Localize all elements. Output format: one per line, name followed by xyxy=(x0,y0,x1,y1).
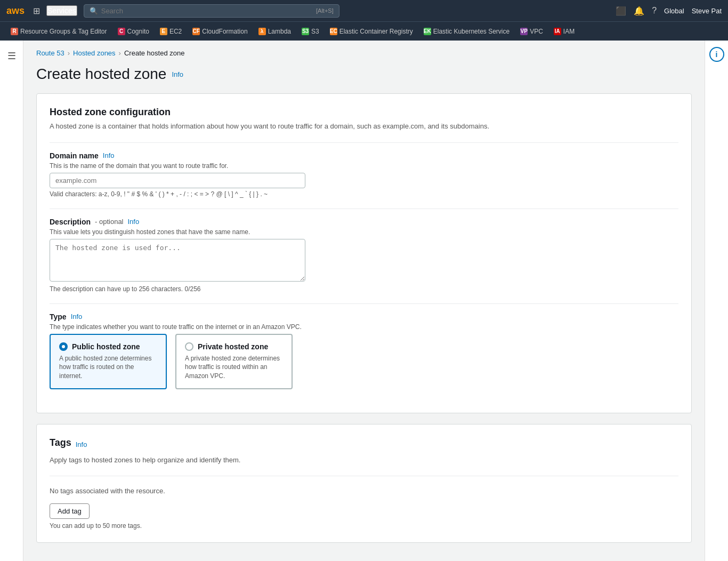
divider3 xyxy=(50,303,678,304)
config-card-title: Hosted zone configuration xyxy=(50,107,678,118)
bookmark-cloudformation[interactable]: CFCloudFormation xyxy=(188,26,252,37)
private-zone-label: Private hosted zone xyxy=(198,342,268,351)
aws-logo: aws xyxy=(6,5,25,17)
terminal-icon[interactable]: ⬛ xyxy=(616,6,626,16)
tags-card: Tags Info Apply tags to hosted zones to … xyxy=(36,424,692,543)
public-zone-label: Public hosted zone xyxy=(72,342,140,351)
description-textarea[interactable] xyxy=(50,239,305,282)
tags-divider xyxy=(50,476,678,476)
region-button[interactable]: Global xyxy=(664,7,684,15)
private-zone-header: Private hosted zone xyxy=(185,342,283,351)
tags-more-hint: You can add up to 50 more tags. xyxy=(50,522,678,530)
page-layout: ☰ Route 53 › Hosted zones › Create hoste… xyxy=(0,41,728,561)
description-hint: This value lets you distinguish hosted z… xyxy=(50,228,678,236)
description-field-group: Description - optional Info This value l… xyxy=(50,218,678,293)
tags-description: Apply tags to hosted zones to help organ… xyxy=(50,455,678,466)
type-label-row: Type Info xyxy=(50,312,678,321)
hosted-zone-config-card: Hosted zone configuration A hosted zone … xyxy=(36,93,692,413)
tags-title-row: Tags Info xyxy=(50,437,678,452)
breadcrumb: Route 53 › Hosted zones › Create hosted … xyxy=(36,49,692,57)
tags-info-link[interactable]: Info xyxy=(76,440,87,448)
type-field-group: Type Info The type indicates whether you… xyxy=(50,312,678,389)
navbar: aws ⊞ Services 🔍 [Alt+S] ⬛ 🔔 ? Global St… xyxy=(0,0,728,21)
private-zone-option[interactable]: Private hosted zone A private hosted zon… xyxy=(175,334,293,389)
search-box: 🔍 [Alt+S] xyxy=(84,4,339,18)
bell-icon[interactable]: 🔔 xyxy=(634,6,644,16)
search-icon: 🔍 xyxy=(90,7,98,15)
sidebar-toggle: ☰ xyxy=(0,41,23,561)
description-optional: - optional xyxy=(95,218,123,226)
breadcrumb-sep2: › xyxy=(119,49,121,57)
bookmark-ec2[interactable]: EEC2 xyxy=(156,26,186,37)
domain-name-field-group: Domain name Info This is the name of the… xyxy=(50,151,678,198)
hamburger-button[interactable]: ☰ xyxy=(4,47,19,65)
public-zone-header: Public hosted zone xyxy=(59,342,157,351)
bookmark-s3[interactable]: S3S3 xyxy=(297,26,323,37)
navbar-right: ⬛ 🔔 ? Global Steve Pat xyxy=(616,6,722,16)
private-zone-desc: A private hosted zone determines how tra… xyxy=(185,354,283,381)
breadcrumb-hosted-zones[interactable]: Hosted zones xyxy=(73,49,116,57)
domain-name-valid-chars: Valid characters: a-z, 0-9, ! " # $ % & … xyxy=(50,190,678,198)
type-radio-group: Public hosted zone A public hosted zone … xyxy=(50,334,678,389)
domain-name-label-row: Domain name Info xyxy=(50,151,678,160)
private-zone-radio xyxy=(185,342,193,351)
bookmark-vpc[interactable]: VPVPC xyxy=(516,26,547,37)
page-title: Create hosted zone xyxy=(36,66,166,83)
divider2 xyxy=(50,209,678,209)
type-info-link[interactable]: Info xyxy=(71,312,83,320)
public-zone-radio xyxy=(59,342,68,351)
type-label: Type xyxy=(50,312,67,321)
info-panel-button[interactable]: i xyxy=(709,47,724,62)
bookmarks-bar: RResource Groups & Tag EditorCCognitoEEC… xyxy=(0,21,728,41)
public-zone-option[interactable]: Public hosted zone A public hosted zone … xyxy=(50,334,167,389)
tags-title: Tags xyxy=(50,437,71,448)
grid-icon[interactable]: ⊞ xyxy=(33,6,40,16)
services-button[interactable]: Services xyxy=(46,5,77,16)
bookmark-iam[interactable]: IAIAM xyxy=(549,26,579,37)
bookmark-lambda[interactable]: λLambda xyxy=(254,26,295,37)
footer-actions: Cancel Create hosted zone xyxy=(36,554,692,561)
help-icon[interactable]: ? xyxy=(652,6,657,15)
add-tag-button[interactable]: Add tag xyxy=(50,503,90,519)
breadcrumb-sep1: › xyxy=(68,49,70,57)
divider1 xyxy=(50,142,678,143)
domain-name-input[interactable] xyxy=(50,173,305,188)
search-input[interactable] xyxy=(101,7,313,15)
page-title-row: Create hosted zone Info xyxy=(36,66,692,83)
bookmark-eks[interactable]: EKElastic Kubernetes Service xyxy=(419,26,514,37)
domain-name-label: Domain name xyxy=(50,151,99,160)
bookmark-cognito[interactable]: CCognito xyxy=(114,26,153,37)
breadcrumb-current: Create hosted zone xyxy=(124,49,184,57)
bookmark-resource-groups[interactable]: RResource Groups & Tag Editor xyxy=(6,26,111,37)
user-button[interactable]: Steve Pat xyxy=(692,7,722,15)
search-shortcut: [Alt+S] xyxy=(316,7,334,14)
domain-name-hint: This is the name of the domain that you … xyxy=(50,162,678,170)
no-tags-message: No tags associated with the resource. xyxy=(50,487,678,495)
public-zone-desc: A public hosted zone determines how traf… xyxy=(59,354,157,381)
domain-name-info-link[interactable]: Info xyxy=(103,151,115,159)
description-label: Description xyxy=(50,218,91,226)
bookmark-ecr[interactable]: ECElastic Container Registry xyxy=(326,26,417,37)
right-panel: i xyxy=(705,41,728,561)
description-info-link[interactable]: Info xyxy=(128,218,140,226)
main-content: Route 53 › Hosted zones › Create hosted … xyxy=(23,41,705,561)
breadcrumb-route53[interactable]: Route 53 xyxy=(36,49,64,57)
type-hint: The type indicates whether you want to r… xyxy=(50,323,678,331)
config-card-description: A hosted zone is a container that holds … xyxy=(50,121,678,132)
description-char-count: The description can have up to 256 chara… xyxy=(50,285,678,293)
description-label-row: Description - optional Info xyxy=(50,218,678,226)
page-info-link[interactable]: Info xyxy=(172,70,183,78)
